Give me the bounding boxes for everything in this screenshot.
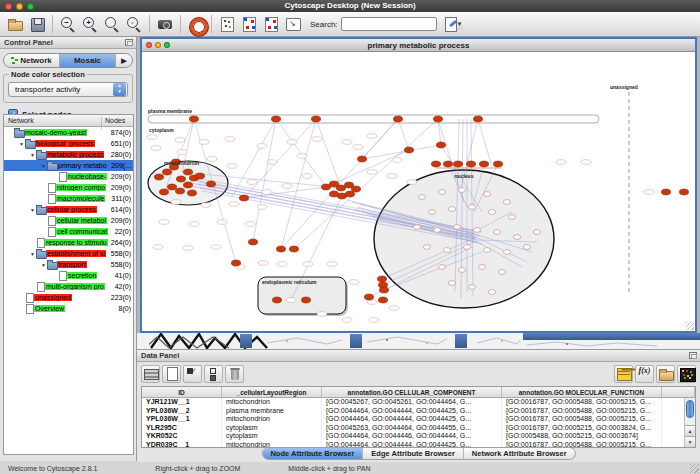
scroll-down-icon[interactable]: ▼ <box>685 436 695 447</box>
net-minimize-button[interactable] <box>155 42 161 48</box>
tree-item[interactable]: nitrogen compo209(0) <box>4 182 133 193</box>
net-zoom-button[interactable] <box>164 42 170 48</box>
table-cell[interactable]: YDR039C__1 <box>142 441 222 449</box>
float-panel-icon[interactable] <box>689 352 697 359</box>
network-node[interactable] <box>357 156 366 162</box>
network-node[interactable] <box>206 181 215 187</box>
expand-arrow-icon[interactable]: ▼ <box>29 207 36 213</box>
table-cell[interactable]: [GO:0045263, GO:0044464, GO:0044455, G..… <box>322 424 502 433</box>
network-node-small[interactable] <box>508 215 515 220</box>
tab-node-attribute-browser[interactable]: Node Attribute Browser <box>262 448 363 459</box>
network-node-small[interactable] <box>453 225 460 230</box>
expand-arrow-icon[interactable]: ▼ <box>29 251 36 257</box>
network-node[interactable] <box>479 161 488 167</box>
tab-edge-attribute-browser[interactable]: Edge Attribute Browser <box>363 448 463 459</box>
zoom-selected-button[interactable] <box>123 14 145 35</box>
network-node[interactable] <box>466 161 475 167</box>
network-node[interactable] <box>336 185 345 191</box>
annotation-button[interactable] <box>282 14 304 35</box>
network-node[interactable] <box>272 297 281 303</box>
network-node[interactable] <box>311 116 320 122</box>
network-node[interactable] <box>187 190 196 196</box>
network-node[interactable] <box>351 186 360 192</box>
network-node-small[interactable] <box>433 228 440 233</box>
node-color-dropdown[interactable]: transporter activity ▲▼ <box>8 82 128 97</box>
network-node-small[interactable] <box>438 265 445 270</box>
network-from-nodes-button[interactable] <box>238 14 260 35</box>
table-cell[interactable]: [GO:0016787, GO:0005488, GO:0005215, G..… <box>502 398 662 407</box>
attribute-table[interactable]: ID_cellularLayoutRegionannotation.GO CEL… <box>141 386 696 448</box>
network-node[interactable] <box>345 191 354 197</box>
network-node-small[interactable] <box>458 268 465 273</box>
network-node[interactable] <box>159 189 168 195</box>
tree-item[interactable]: nucleobase-209(0) <box>4 171 133 182</box>
table-scrollbar-thumb[interactable] <box>686 400 694 418</box>
network-node-small[interactable] <box>483 192 490 197</box>
network-node[interactable] <box>377 276 386 282</box>
table-row[interactable]: YPL036W__1mitochondrion[GO:0044464, GO:0… <box>142 415 695 424</box>
zoom-in-button[interactable] <box>79 14 101 35</box>
network-node[interactable] <box>239 195 248 201</box>
network-node[interactable] <box>321 184 330 190</box>
network-tree-header[interactable]: Network Nodes <box>4 115 133 127</box>
tree-item[interactable]: ▼cellular process614(0) <box>4 204 133 215</box>
tab-network-attribute-browser[interactable]: Network Attribute Browser <box>464 448 575 459</box>
network-edge[interactable] <box>478 119 492 167</box>
tab-mosaic[interactable]: Mosaic <box>60 54 116 67</box>
table-row[interactable]: YKR052Ccytoplasm[GO:0044464, GO:0044446,… <box>142 432 695 441</box>
tree-item[interactable]: response to stimulu264(0) <box>4 237 133 248</box>
expand-arrow-icon[interactable]: ▼ <box>40 262 47 268</box>
tree-item[interactable]: ▼establishment of lo558(0) <box>4 248 133 259</box>
tree-item[interactable]: cell communicat22(0) <box>4 226 133 237</box>
minimize-button[interactable] <box>16 3 23 10</box>
scroll-up-icon[interactable]: ▲ <box>685 425 695 436</box>
table-cell[interactable]: YLR295C <box>142 424 222 433</box>
table-cell[interactable]: [GO:0016787, GO:0005488, GO:0005215, G..… <box>502 407 662 416</box>
network-node[interactable] <box>248 239 257 245</box>
network-node-small[interactable] <box>443 248 450 253</box>
network-node-small[interactable] <box>468 285 475 290</box>
table-cell[interactable]: [GO:0045267, GO:0045261, GO:0044464, G..… <box>322 398 502 407</box>
network-node[interactable] <box>433 116 442 122</box>
window-controls[interactable] <box>5 3 34 10</box>
table-cell[interactable]: cytoplasm <box>222 432 322 441</box>
network-node[interactable] <box>493 161 502 167</box>
tree-item[interactable]: ▼transport558(0) <box>4 259 133 270</box>
table-cell[interactable]: [GO:0016787, GO:0005488, GO:0005215, G..… <box>502 415 662 424</box>
matrix-button[interactable] <box>677 365 696 383</box>
network-node[interactable] <box>167 184 176 190</box>
network-node[interactable] <box>231 260 240 266</box>
network-node[interactable] <box>301 297 310 303</box>
network-node-small[interactable] <box>463 245 470 250</box>
tree-item[interactable]: mosaic-demo-yeast874(0) <box>4 127 133 138</box>
help-ring-button[interactable] <box>185 14 207 35</box>
network-view-window[interactable]: primary metabolic process plasma membran… <box>140 37 697 333</box>
network-node[interactable] <box>379 287 388 293</box>
tree-item[interactable]: ▼biological_process651(0) <box>4 138 133 149</box>
network-node-small[interactable] <box>448 281 455 286</box>
network-node[interactable] <box>183 169 192 175</box>
network-node-small[interactable] <box>488 290 495 295</box>
column-header[interactable]: ID <box>142 387 222 397</box>
network-node-small[interactable] <box>458 188 465 193</box>
open-button[interactable] <box>4 14 26 35</box>
network-node-small[interactable] <box>533 230 540 235</box>
table-cell[interactable]: plasma membrane <box>222 407 322 416</box>
tree-column-network[interactable]: Network <box>8 117 34 124</box>
tree-item[interactable]: cellular metabol209(0) <box>4 215 133 226</box>
tree-item[interactable]: macromolecule311(0) <box>4 193 133 204</box>
save-button[interactable] <box>26 14 48 35</box>
network-node-small[interactable] <box>483 248 490 253</box>
network-node-small[interactable] <box>493 230 500 235</box>
trash-button[interactable] <box>225 365 244 383</box>
tree-item[interactable]: ▼metabolic process280(0) <box>4 149 133 160</box>
zoom-out-button[interactable] <box>57 14 79 35</box>
zoom-fit-button[interactable] <box>101 14 123 35</box>
network-node[interactable] <box>189 116 198 122</box>
network-node-small[interactable] <box>428 210 435 215</box>
table-cell[interactable]: mitochondrion <box>222 415 322 424</box>
table-row[interactable]: YPL036W__2plasma membrane[GO:0044464, GO… <box>142 407 695 416</box>
network-edge[interactable] <box>326 150 409 187</box>
network-node-small[interactable] <box>413 225 420 230</box>
expand-arrow-icon[interactable]: ▼ <box>29 152 36 158</box>
